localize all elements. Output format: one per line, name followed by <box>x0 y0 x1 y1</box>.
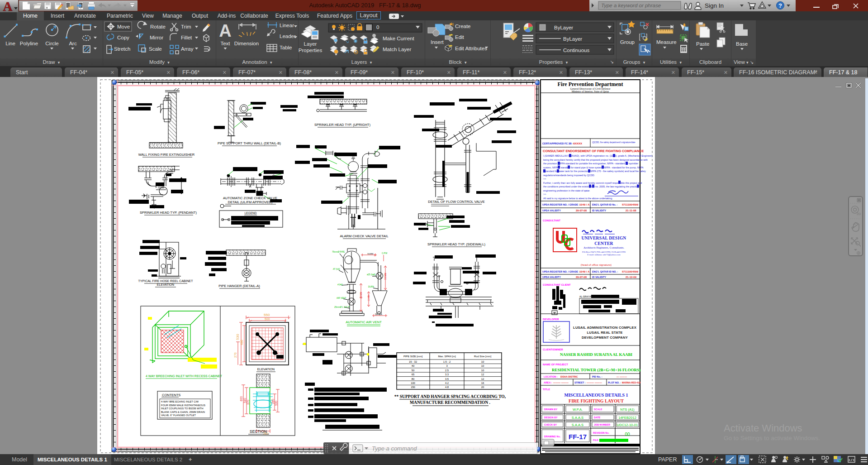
svg-text:480: 480 <box>240 340 243 345</box>
svg-text:Mirror: Mirror <box>150 35 163 40</box>
svg-text:CERT/APPROVED FC 3B - :: CERT/APPROVED FC 3B - : <box>542 142 575 145</box>
svg-text:Base: Base <box>736 41 748 47</box>
svg-text:10: 10 <box>481 364 484 367</box>
svg-text:550: 550 <box>264 313 270 317</box>
svg-text:ByLayer: ByLayer <box>554 25 573 30</box>
svg-text:GR DIA: GR DIA <box>375 313 383 316</box>
svg-text:0: 0 <box>376 24 379 30</box>
svg-text:——— ———: ——— ——— <box>553 381 569 384</box>
svg-text:4 WAY BREECHING INLET WITH REC: 4 WAY BREECHING INLET WITH RECESS CABINE… <box>146 374 223 378</box>
svg-text:STREET :: STREET : <box>574 381 586 384</box>
svg-text:Match Layer: Match Layer <box>383 47 411 52</box>
svg-text:AT (full): AT (full) <box>333 268 340 270</box>
svg-text:TITLE: TITLE <box>543 388 550 391</box>
svg-text:300MM: 300MM <box>367 253 373 255</box>
svg-text:2D: 2D <box>857 212 861 216</box>
svg-text:INLET COUPLINGS TO BS336 WITH: INLET COUPLINGS TO BS336 WITH <box>161 407 204 410</box>
svg-text:SECTION: SECTION <box>250 429 267 434</box>
svg-text:Move: Move <box>117 24 130 29</box>
svg-text:Type a command: Type a command <box>372 445 417 452</box>
svg-text:540: 540 <box>243 398 247 403</box>
svg-text:— ———: — ——— <box>617 375 627 378</box>
svg-text:DETAIL (UL/FM APPROVED): DETAIL (UL/FM APPROVED) <box>228 200 273 204</box>
svg-text:DESIGN BY: DESIGN BY <box>544 416 558 419</box>
svg-text:WALL FIXING FIRE EXTINGUISHER: WALL FIXING FIRE EXTINGUISHER <box>138 153 195 157</box>
svg-text:Dimension: Dimension <box>234 41 259 46</box>
svg-text:20: 20 <box>481 386 484 388</box>
svg-text:CLIENT/OWNER: CLIENT/OWNER <box>543 348 564 351</box>
svg-text:FF-17: FF-17 <box>569 433 587 441</box>
svg-text:Rod Size [mm]: Rod Size [mm] <box>474 355 491 358</box>
svg-text:SPRINKLER HEAD TYP. (UPRIGHT): SPRINKLER HEAD TYP. (UPRIGHT) <box>314 123 370 127</box>
svg-text:4.8: 4.8 <box>445 386 449 388</box>
svg-text:50: 50 <box>412 369 414 372</box>
svg-text:DATE: DATE <box>594 416 601 419</box>
svg-text:** SUPPORT AND HANGER SPA: ** SUPPORT AND HANGER SPACING ACCORDING … <box>394 394 506 399</box>
svg-text:3.5: 3.5 <box>445 378 449 380</box>
svg-text:16: 16 <box>481 382 484 384</box>
svg-text:(QCDD, fire safety department': (QCDD, fire safety department's signatur… <box>592 141 636 144</box>
svg-text:DETAIL OF FLOW CONTROL VALVE: DETAIL OF FLOW CONTROL VALVE <box>428 200 484 204</box>
svg-text:Polyline: Polyline <box>20 41 38 46</box>
svg-text:4-WAY BRE ECHING INLET C/W: 4-WAY BRE ECHING INLET C/W <box>161 400 199 403</box>
svg-text:AIR VENT: AIR VENT <box>337 297 346 299</box>
svg-text:>>: >> <box>543 193 546 196</box>
svg-text:1049 / A: 1049 / A <box>579 270 590 273</box>
svg-text:UDC12-10-01: UDC12-10-01 <box>617 423 638 427</box>
svg-text:10: 10 <box>481 360 484 363</box>
svg-text:JOB NUMBER: JOB NUMBER <box>594 423 610 426</box>
svg-text:TYPICAL FIRE HOSE REEL CABINET: TYPICAL FIRE HOSE REEL CABINET <box>138 279 194 283</box>
svg-text:E-mail: stidama: udc72@yahoo.c: E-mail: stidama: udc72@yahoo.com <box>587 254 620 256</box>
svg-text:CONSULTANT: CONSULTANT <box>543 219 561 222</box>
svg-text:Measure: Measure <box>656 39 677 45</box>
svg-text:Group: Group <box>620 39 635 45</box>
svg-text:UPDA REGISTER NO. / GRADE: UPDA REGISTER NO. / GRADE : <box>542 203 580 206</box>
svg-text:FIRE FIGHTING LAYOUT: FIRE FIGHTING LAYOUT <box>569 398 624 403</box>
svg-text:(head of office signature): (head of office signature) <box>581 263 612 266</box>
svg-text:LEGEND: LEGEND <box>245 211 257 215</box>
svg-text:1.5 - 2: 1.5 - 2 <box>443 360 451 363</box>
svg-text:Circle: Circle <box>45 41 58 46</box>
svg-text:Line: Line <box>5 41 15 46</box>
svg-text:DURA: DURA <box>368 286 375 288</box>
svg-text:VALVE. 6" FLANGED OUTLET: VALVE. 6" FLANGED OUTLET <box>161 414 196 417</box>
svg-text:Layer: Layer <box>304 41 317 47</box>
svg-text:DEVELOPER: DEVELOPER <box>543 318 560 321</box>
svg-text:DRAWN BY: DRAWN BY <box>544 408 558 411</box>
svg-text:Insert: Insert <box>431 39 444 45</box>
svg-text:150: 150 <box>411 386 415 388</box>
svg-text:ENG'L QATAR ID No. :: ENG'L QATAR ID No. : <box>592 203 618 206</box>
svg-text:300MM: 300MM <box>384 273 387 280</box>
svg-text:PLOT NO. :: PLOT NO. : <box>608 381 621 384</box>
svg-text:4.2: 4.2 <box>445 382 449 384</box>
svg-text:CONTENTS: CONTENTS <box>162 393 180 397</box>
svg-text:BLANK CAPS & CHAIN, 25MM DRAIN: BLANK CAPS & CHAIN, 25MM DRAIN <box>161 411 205 413</box>
svg-text:25mmØ 1 1/2" P: 25mmØ 1 1/2" P <box>334 306 350 308</box>
svg-text:00: 00 <box>625 432 630 437</box>
svg-text:14FEB2012: 14FEB2012 <box>618 416 636 420</box>
svg-text:Text: Text <box>220 41 230 46</box>
svg-text:Paste: Paste <box>696 41 709 47</box>
svg-text:80: 80 <box>412 378 414 380</box>
svg-text:ByLayer: ByLayer <box>563 36 582 42</box>
svg-text:Sign In: Sign In <box>705 2 724 9</box>
svg-text:270: 270 <box>234 352 237 358</box>
svg-text:Further, i certify that i am f: Further, i certify that i am fully aware… <box>543 182 642 184</box>
svg-text:Continuous: Continuous <box>563 48 589 53</box>
svg-text:CONSULTANT ENDORSEMENT OF FIRE: CONSULTANT ENDORSEMENT OF FIRE FIGHTING … <box>543 149 644 153</box>
svg-text:Properties: Properties <box>299 48 322 53</box>
svg-text:Max. SPAN [m]: Max. SPAN [m] <box>438 355 456 358</box>
svg-text:A: A <box>3 0 13 12</box>
svg-text:AREA :: AREA : <box>544 381 552 384</box>
svg-text:12: 12 <box>481 373 484 376</box>
svg-text:15 - 32: 15 - 32 <box>409 360 417 363</box>
svg-text:150MM: 150MM <box>360 292 362 299</box>
svg-text:——— ———: ——— ——— <box>587 381 602 384</box>
svg-text:500: 500 <box>265 317 270 321</box>
svg-text:75mmØ PIPE: 75mmØ PIPE <box>332 251 345 253</box>
svg-text:DOHA DISTRIC: DOHA DISTRIC <box>560 375 578 378</box>
svg-text:Copy: Copy <box>117 35 129 40</box>
svg-text:NTS (A1): NTS (A1) <box>620 407 635 412</box>
svg-text:Rotate: Rotate <box>150 24 166 29</box>
svg-text:29-07-08: 29-07-08 <box>576 276 587 278</box>
